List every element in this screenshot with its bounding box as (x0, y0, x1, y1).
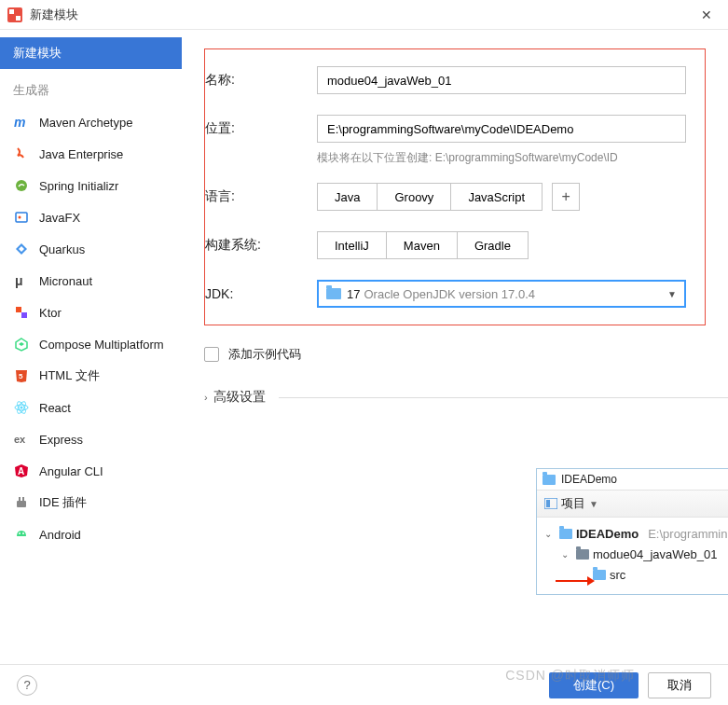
sidebar-item-react[interactable]: React (0, 392, 182, 423)
language-groovy-button[interactable]: Groovy (377, 183, 451, 211)
build-intellij-button[interactable]: IntelliJ (317, 231, 387, 259)
project-view-button[interactable]: 项目 ▼ (544, 495, 598, 512)
sidebar-item-label: IDE 插件 (39, 494, 87, 511)
svg-rect-2 (16, 16, 21, 21)
name-label: 名称: (205, 72, 317, 89)
chevron-down-icon: ⌄ (544, 529, 556, 539)
sidebar-item-label: Spring Initializr (39, 179, 118, 193)
svg-rect-23 (17, 501, 26, 507)
sidebar-item-ktor[interactable]: Ktor (0, 297, 182, 328)
sidebar-item-label: Angular CLI (39, 464, 103, 478)
sidebar-item-spring[interactable]: Spring Initializr (0, 170, 182, 201)
svg-rect-5 (16, 213, 27, 222)
svg-rect-1 (9, 9, 14, 14)
project-preview: IDEADemo 项目 ▼ ⊕ ⇆ ↓≡ ⚙ — ⌄ IDEADem (536, 468, 728, 595)
svg-marker-13 (19, 342, 24, 346)
angular-icon: A (13, 463, 30, 479)
svg-rect-25 (22, 497, 24, 501)
build-label: 构建系统: (205, 237, 317, 254)
sidebar-item-maven[interactable]: mMaven Archetype (0, 106, 182, 138)
help-icon[interactable]: ? (17, 675, 37, 696)
svg-text:A: A (18, 466, 24, 477)
sample-code-checkbox[interactable] (204, 347, 219, 362)
name-input[interactable] (317, 66, 686, 94)
sidebar-item-angular[interactable]: AAngular CLI (0, 455, 182, 487)
cancel-button[interactable]: 取消 (648, 672, 711, 698)
tree-row-module[interactable]: ⌄ modue04_javaWeb_01 (544, 544, 728, 564)
jdk-select[interactable]: 17 Oracle OpenJDK version 17.0.4 ▼ (317, 280, 686, 308)
app-icon (7, 7, 22, 22)
svg-marker-11 (21, 312, 27, 318)
location-input[interactable] (317, 115, 686, 143)
express-icon: ex (13, 431, 30, 448)
sidebar-item-java-ee[interactable]: Java Enterprise (0, 138, 182, 170)
svg-point-16 (21, 407, 23, 409)
create-button[interactable]: 创建(C) (549, 672, 639, 698)
plugin-icon (13, 494, 30, 511)
svg-point-4 (16, 180, 27, 191)
svg-point-26 (19, 532, 21, 534)
sidebar-item-label: Compose Multiplatform (39, 338, 164, 352)
sidebar: 新建模块 生成器 mMaven ArchetypeJava Enterprise… (0, 30, 182, 664)
sidebar-item-javafx[interactable]: JavaFX (0, 201, 182, 233)
sidebar-item-compose[interactable]: Compose Multiplatform (0, 328, 182, 360)
svg-text:m: m (14, 115, 25, 130)
react-icon (13, 399, 30, 416)
build-gradle-button[interactable]: Gradle (457, 231, 529, 259)
sidebar-item-label: Maven Archetype (39, 116, 132, 130)
sidebar-item-label: 新建模块 (13, 45, 62, 62)
maven-icon: m (13, 114, 30, 131)
svg-point-27 (22, 532, 24, 534)
sidebar-item-label: Micronaut (39, 274, 92, 288)
language-label: 语言: (205, 188, 317, 205)
android-icon (13, 526, 30, 543)
svg-marker-10 (16, 307, 21, 312)
tree-row-root[interactable]: ⌄ IDEADemo E:\programmingSo (544, 523, 728, 544)
preview-title: IDEADemo (561, 473, 617, 486)
build-maven-button[interactable]: Maven (386, 231, 458, 259)
svg-rect-29 (546, 500, 550, 507)
location-label: 位置: (205, 120, 317, 137)
chevron-down-icon: ⌄ (561, 549, 572, 560)
sidebar-item-quarkus[interactable]: Quarkus (0, 233, 182, 265)
jdk-description: Oracle OpenJDK version 17.0.4 (364, 287, 667, 301)
svg-text:5: 5 (19, 372, 23, 380)
svg-rect-24 (19, 497, 21, 501)
compose-icon (13, 336, 30, 352)
annotation-arrow-icon (556, 575, 595, 587)
sidebar-item-android[interactable]: Android (0, 518, 182, 550)
sidebar-item-express[interactable]: exExpress (0, 423, 182, 455)
sidebar-item-label: Express (39, 433, 83, 447)
window-title: 新建模块 (30, 7, 693, 23)
jdk-version: 17 (347, 287, 360, 301)
svg-text:ex: ex (14, 434, 26, 445)
svg-marker-31 (587, 576, 595, 586)
folder-icon (576, 549, 589, 560)
sidebar-item-label: JavaFX (39, 211, 80, 225)
close-icon[interactable]: ✕ (693, 7, 721, 22)
spring-icon (13, 177, 30, 194)
sidebar-item-plugin[interactable]: IDE 插件 (0, 487, 182, 518)
sidebar-item-html[interactable]: 5HTML 文件 (0, 360, 182, 392)
folder-icon (559, 529, 572, 539)
svg-text:μ: μ (15, 273, 23, 288)
add-language-button[interactable]: + (552, 183, 580, 211)
folder-icon (593, 570, 606, 580)
language-javascript-button[interactable]: JavaScript (450, 183, 543, 211)
sidebar-item-label: Android (39, 528, 81, 542)
sidebar-item-new-module[interactable]: 新建模块 (0, 37, 182, 69)
sidebar-item-label: React (39, 401, 71, 415)
language-java-button[interactable]: Java (317, 183, 378, 211)
java-ee-icon (13, 145, 30, 162)
sidebar-item-label: Quarkus (39, 242, 85, 256)
form-panel: 名称: 位置: 模块将在以下位置创建: E:\programmingSoftwa… (204, 48, 706, 325)
chevron-right-icon: › (204, 392, 208, 403)
sidebar-item-label: Ktor (39, 306, 62, 320)
advanced-label: 高级设置 (213, 389, 266, 406)
sample-code-label: 添加示例代码 (228, 346, 301, 363)
advanced-settings-toggle[interactable]: › 高级设置 (204, 389, 728, 406)
folder-icon (543, 475, 556, 485)
sidebar-item-micronaut[interactable]: μMicronaut (0, 265, 182, 297)
sidebar-item-label: Java Enterprise (39, 147, 123, 161)
html-icon: 5 (13, 367, 30, 384)
